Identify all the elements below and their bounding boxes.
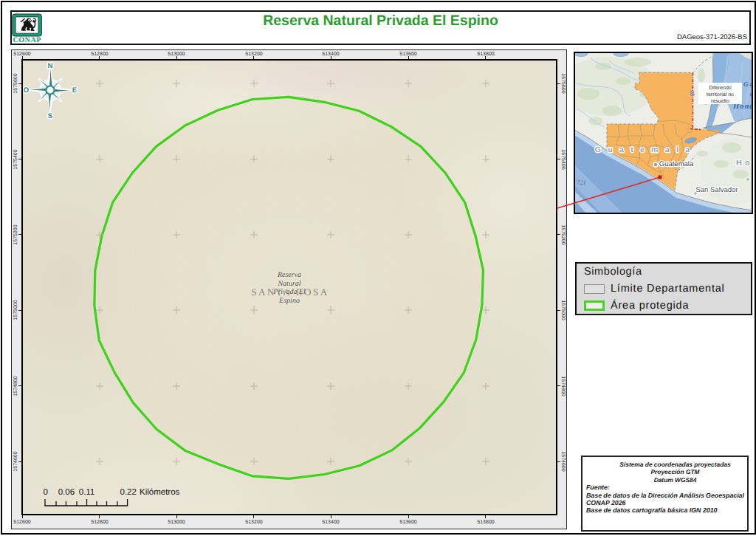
svg-text:Kilómetros: Kilómetros (140, 488, 180, 497)
svg-text:E: E (72, 86, 77, 95)
svg-text:Ho: Ho (736, 159, 752, 168)
svg-text:0.22: 0.22 (120, 488, 137, 497)
svg-text:O: O (24, 86, 29, 95)
svg-text:G u a t e m a l a: G u a t e m a l a (595, 145, 692, 154)
svg-text:Guatemala: Guatemala (659, 160, 694, 168)
svg-text:San Salvador: San Salvador (695, 186, 738, 194)
svg-text:Gu: Gu (743, 80, 752, 88)
svg-text:N: N (48, 62, 53, 70)
svg-text:territorial no: territorial no (707, 92, 734, 97)
svg-text:resuelto: resuelto (711, 98, 729, 104)
svg-text:S: S (48, 112, 52, 120)
svg-text:0: 0 (44, 488, 48, 497)
svg-text:B: B (690, 90, 695, 98)
svg-text:CONAP: CONAP (13, 36, 41, 44)
svg-text:0.06: 0.06 (58, 488, 75, 497)
svg-text:d: d (750, 90, 752, 97)
svg-text:0.11: 0.11 (79, 488, 95, 497)
svg-text:Diferendo: Diferendo (709, 85, 731, 91)
